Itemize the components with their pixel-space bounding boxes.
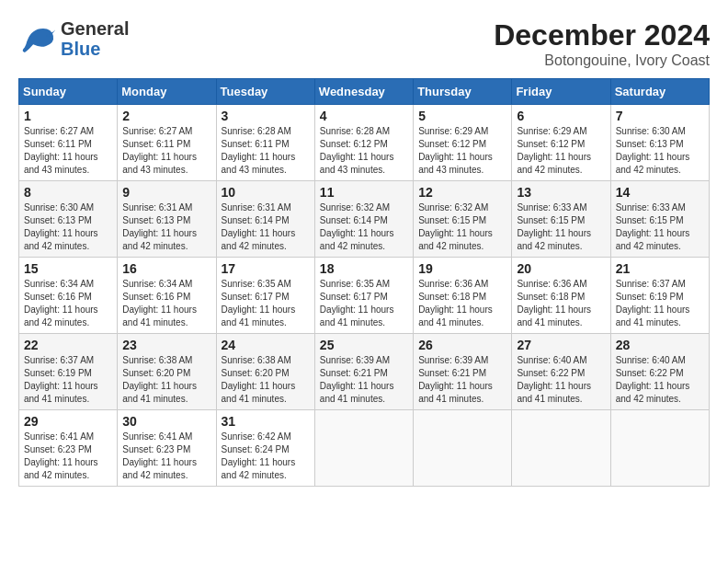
table-cell: 30 Sunrise: 6:41 AM Sunset: 6:23 PM Dayl…	[118, 410, 216, 487]
header-wednesday: Wednesday	[314, 79, 413, 105]
day-number: 24	[222, 338, 310, 352]
cell-info: Sunrise: 6:27 AM Sunset: 6:11 PM Dayligh…	[24, 125, 112, 177]
cell-info: Sunrise: 6:42 AM Sunset: 6:24 PM Dayligh…	[222, 431, 310, 482]
day-number: 31	[222, 414, 310, 429]
day-number: 13	[517, 185, 605, 200]
logo-text-block: General Blue	[61, 18, 129, 59]
calendar-header-row: Sunday Monday Tuesday Wednesday Thursday…	[19, 79, 710, 105]
table-cell: 19 Sunrise: 6:36 AM Sunset: 6:18 PM Dayl…	[414, 258, 512, 334]
table-cell: 8 Sunrise: 6:30 AM Sunset: 6:13 PM Dayli…	[19, 181, 118, 258]
table-cell: 26 Sunrise: 6:39 AM Sunset: 6:21 PM Dayl…	[414, 334, 512, 410]
calendar-week-4: 22 Sunrise: 6:37 AM Sunset: 6:19 PM Dayl…	[19, 334, 710, 410]
table-cell: 11 Sunrise: 6:32 AM Sunset: 6:14 PM Dayl…	[314, 181, 413, 258]
table-cell: 20 Sunrise: 6:36 AM Sunset: 6:18 PM Dayl…	[512, 258, 610, 334]
calendar-week-1: 1 Sunrise: 6:27 AM Sunset: 6:11 PM Dayli…	[19, 105, 710, 181]
day-number: 20	[517, 261, 605, 276]
day-number: 21	[616, 261, 704, 276]
table-cell	[512, 410, 610, 487]
page-header: General Blue December 2024 Botongouine, …	[18, 18, 710, 69]
table-cell: 27 Sunrise: 6:40 AM Sunset: 6:22 PM Dayl…	[512, 334, 610, 410]
day-number: 2	[122, 109, 210, 123]
day-number: 3	[222, 109, 310, 123]
header-monday: Monday	[118, 79, 216, 105]
cell-info: Sunrise: 6:36 AM Sunset: 6:18 PM Dayligh…	[517, 278, 605, 329]
day-number: 26	[418, 338, 506, 352]
cell-info: Sunrise: 6:34 AM Sunset: 6:16 PM Dayligh…	[24, 278, 112, 329]
day-number: 18	[320, 261, 408, 276]
table-cell: 28 Sunrise: 6:40 AM Sunset: 6:22 PM Dayl…	[610, 334, 709, 410]
day-number: 4	[320, 109, 408, 123]
table-cell: 24 Sunrise: 6:38 AM Sunset: 6:20 PM Dayl…	[216, 334, 314, 410]
calendar-week-2: 8 Sunrise: 6:30 AM Sunset: 6:13 PM Dayli…	[19, 181, 710, 258]
cell-info: Sunrise: 6:39 AM Sunset: 6:21 PM Dayligh…	[320, 354, 408, 406]
cell-info: Sunrise: 6:36 AM Sunset: 6:18 PM Dayligh…	[418, 278, 506, 329]
cell-info: Sunrise: 6:41 AM Sunset: 6:23 PM Dayligh…	[24, 431, 112, 482]
cell-info: Sunrise: 6:40 AM Sunset: 6:22 PM Dayligh…	[517, 354, 605, 406]
location-title: Botongouine, Ivory Coast	[494, 52, 710, 69]
cell-info: Sunrise: 6:30 AM Sunset: 6:13 PM Dayligh…	[616, 125, 704, 177]
table-cell: 23 Sunrise: 6:38 AM Sunset: 6:20 PM Dayl…	[118, 334, 216, 410]
table-cell: 13 Sunrise: 6:33 AM Sunset: 6:15 PM Dayl…	[512, 181, 610, 258]
cell-info: Sunrise: 6:38 AM Sunset: 6:20 PM Dayligh…	[222, 354, 310, 406]
table-cell: 10 Sunrise: 6:31 AM Sunset: 6:14 PM Dayl…	[216, 181, 314, 258]
table-cell: 15 Sunrise: 6:34 AM Sunset: 6:16 PM Dayl…	[19, 258, 118, 334]
day-number: 6	[517, 109, 605, 123]
logo: General Blue	[18, 18, 129, 59]
day-number: 16	[122, 261, 210, 276]
cell-info: Sunrise: 6:37 AM Sunset: 6:19 PM Dayligh…	[616, 278, 704, 329]
day-number: 7	[616, 109, 704, 123]
header-thursday: Thursday	[414, 79, 512, 105]
cell-info: Sunrise: 6:32 AM Sunset: 6:14 PM Dayligh…	[320, 201, 408, 253]
title-block: December 2024 Botongouine, Ivory Coast	[494, 18, 710, 69]
day-number: 27	[517, 338, 605, 352]
day-number: 22	[24, 338, 112, 352]
table-cell: 12 Sunrise: 6:32 AM Sunset: 6:15 PM Dayl…	[414, 181, 512, 258]
table-cell: 16 Sunrise: 6:34 AM Sunset: 6:16 PM Dayl…	[118, 258, 216, 334]
day-number: 17	[222, 261, 310, 276]
day-number: 15	[24, 261, 112, 276]
table-cell: 18 Sunrise: 6:35 AM Sunset: 6:17 PM Dayl…	[314, 258, 413, 334]
cell-info: Sunrise: 6:31 AM Sunset: 6:13 PM Dayligh…	[122, 201, 210, 253]
calendar-table: Sunday Monday Tuesday Wednesday Thursday…	[18, 78, 710, 487]
table-cell: 9 Sunrise: 6:31 AM Sunset: 6:13 PM Dayli…	[118, 181, 216, 258]
day-number: 23	[122, 338, 210, 352]
table-cell: 22 Sunrise: 6:37 AM Sunset: 6:19 PM Dayl…	[19, 334, 118, 410]
day-number: 8	[24, 185, 112, 200]
calendar-week-5: 29 Sunrise: 6:41 AM Sunset: 6:23 PM Dayl…	[19, 410, 710, 487]
table-cell: 5 Sunrise: 6:29 AM Sunset: 6:12 PM Dayli…	[414, 105, 512, 181]
header-friday: Friday	[512, 79, 610, 105]
table-cell: 31 Sunrise: 6:42 AM Sunset: 6:24 PM Dayl…	[216, 410, 314, 487]
cell-info: Sunrise: 6:35 AM Sunset: 6:17 PM Dayligh…	[222, 278, 310, 329]
table-cell: 3 Sunrise: 6:28 AM Sunset: 6:11 PM Dayli…	[216, 105, 314, 181]
day-number: 12	[418, 185, 506, 200]
cell-info: Sunrise: 6:27 AM Sunset: 6:11 PM Dayligh…	[122, 125, 210, 177]
day-number: 29	[24, 414, 112, 429]
logo-icon	[18, 23, 55, 55]
day-number: 9	[122, 185, 210, 200]
table-cell: 2 Sunrise: 6:27 AM Sunset: 6:11 PM Dayli…	[118, 105, 216, 181]
table-cell: 14 Sunrise: 6:33 AM Sunset: 6:15 PM Dayl…	[610, 181, 709, 258]
cell-info: Sunrise: 6:33 AM Sunset: 6:15 PM Dayligh…	[616, 201, 704, 253]
table-cell: 7 Sunrise: 6:30 AM Sunset: 6:13 PM Dayli…	[610, 105, 709, 181]
day-number: 19	[418, 261, 506, 276]
table-cell: 17 Sunrise: 6:35 AM Sunset: 6:17 PM Dayl…	[216, 258, 314, 334]
cell-info: Sunrise: 6:34 AM Sunset: 6:16 PM Dayligh…	[122, 278, 210, 329]
day-number: 30	[122, 414, 210, 429]
cell-info: Sunrise: 6:28 AM Sunset: 6:12 PM Dayligh…	[320, 125, 408, 177]
header-sunday: Sunday	[19, 79, 118, 105]
cell-info: Sunrise: 6:30 AM Sunset: 6:13 PM Dayligh…	[24, 201, 112, 253]
cell-info: Sunrise: 6:38 AM Sunset: 6:20 PM Dayligh…	[122, 354, 210, 406]
header-tuesday: Tuesday	[216, 79, 314, 105]
table-cell: 25 Sunrise: 6:39 AM Sunset: 6:21 PM Dayl…	[314, 334, 413, 410]
cell-info: Sunrise: 6:41 AM Sunset: 6:23 PM Dayligh…	[122, 431, 210, 482]
month-title: December 2024	[494, 18, 710, 52]
table-cell: 4 Sunrise: 6:28 AM Sunset: 6:12 PM Dayli…	[314, 105, 413, 181]
cell-info: Sunrise: 6:32 AM Sunset: 6:15 PM Dayligh…	[418, 201, 506, 253]
table-cell	[610, 410, 709, 487]
table-cell: 29 Sunrise: 6:41 AM Sunset: 6:23 PM Dayl…	[19, 410, 118, 487]
day-number: 10	[222, 185, 310, 200]
day-number: 25	[320, 338, 408, 352]
day-number: 5	[418, 109, 506, 123]
table-cell: 21 Sunrise: 6:37 AM Sunset: 6:19 PM Dayl…	[610, 258, 709, 334]
cell-info: Sunrise: 6:39 AM Sunset: 6:21 PM Dayligh…	[418, 354, 506, 406]
